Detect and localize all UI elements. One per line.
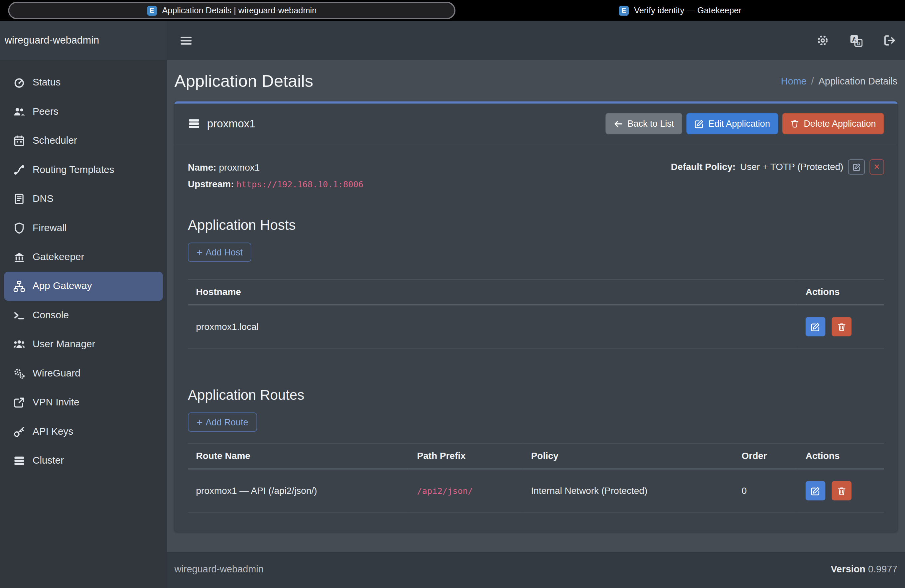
sidebar-item-label: Cluster (33, 455, 64, 467)
sidebar-item-gatekeeper[interactable]: Gatekeeper (4, 242, 163, 272)
bank-icon (13, 251, 25, 263)
sidebar-item-console[interactable]: Console (4, 300, 163, 330)
tab-title: Application Details | wireguard-webadmin (162, 6, 316, 15)
back-to-list-label: Back to List (627, 118, 674, 129)
sidebar-item-vpn-invite[interactable]: VPN Invite (4, 388, 163, 417)
sidebar-nav: Status Peers Scheduler Routing Templates (0, 60, 167, 475)
sidebar-item-wireguard[interactable]: WireGuard (4, 359, 163, 388)
breadcrumb-current: Application Details (819, 75, 897, 86)
browser-tab-active[interactable]: E Application Details | wireguard-webadm… (8, 2, 455, 19)
routes-col-policy: Policy (523, 443, 734, 469)
logout-button[interactable] (883, 34, 896, 46)
topbar: Aa (167, 21, 905, 60)
settings-button[interactable] (816, 34, 829, 46)
hosts-table: Hostname Actions proxmox1.local (188, 280, 884, 348)
edit-policy-button[interactable] (848, 159, 865, 174)
sidebar-item-dns[interactable]: DNS (4, 184, 163, 213)
edit-route-button[interactable] (806, 481, 825, 501)
share-icon (13, 397, 25, 408)
pencil-square-icon (811, 486, 820, 496)
logout-icon (883, 34, 896, 46)
policy-value: User + TOTP (Protected) (740, 162, 843, 172)
host-row: proxmox1.local (188, 305, 884, 348)
language-button[interactable]: Aa (850, 34, 862, 46)
sidebar-item-api-keys[interactable]: API Keys (4, 417, 163, 446)
key-icon (13, 426, 25, 438)
plus-icon: + (197, 247, 202, 257)
sidebar-item-firewall[interactable]: Firewall (4, 213, 163, 242)
pencil-square-icon (695, 119, 704, 129)
sidebar-item-scheduler[interactable]: Scheduler (4, 126, 163, 155)
sidebar-item-label: User Manager (33, 338, 95, 350)
sidebar-item-user-manager[interactable]: User Manager (4, 330, 163, 359)
gears-icon (13, 368, 25, 380)
routes-col-order: Order (734, 443, 797, 469)
peers-icon (13, 106, 25, 118)
add-host-button[interactable]: + Add Host (188, 242, 251, 262)
clear-policy-button[interactable]: × (869, 159, 884, 174)
application-name: proxmox1 (207, 118, 256, 130)
hosts-col-actions: Actions (797, 280, 884, 305)
sidebar-item-label: Peers (33, 106, 59, 118)
breadcrumb-separator: / (811, 75, 814, 86)
browser-tab-inactive[interactable]: E Verify identity — Gatekeeper (456, 6, 905, 16)
name-label: Name: (188, 162, 216, 172)
upstream-label: Upstream: (188, 179, 234, 189)
sidebar-item-app-gateway[interactable]: App Gateway (4, 272, 163, 300)
gauge-icon (13, 77, 25, 89)
menu-toggle-button[interactable] (180, 34, 192, 46)
sidebar-item-label: Status (33, 77, 60, 89)
breadcrumb: Home / Application Details (781, 75, 898, 86)
sidebar-item-label: API Keys (33, 426, 73, 438)
sidebar-item-peers[interactable]: Peers (4, 97, 163, 126)
sidebar-item-routing-templates[interactable]: Routing Templates (4, 155, 163, 184)
footer: wireguard-webadmin Version 0.9977 (167, 552, 905, 588)
add-route-button[interactable]: + Add Route (188, 412, 257, 432)
edit-application-label: Edit Application (708, 118, 770, 129)
policy-label: Default Policy: (671, 162, 735, 172)
diagram-icon (13, 280, 25, 292)
name-value: proxmox1 (219, 162, 260, 172)
trash-icon (790, 119, 799, 128)
trash-icon (837, 322, 846, 331)
pencil-square-icon (811, 322, 820, 331)
pencil-square-icon (853, 163, 861, 171)
people-icon (13, 338, 25, 350)
back-to-list-button[interactable]: Back to List (605, 113, 682, 134)
arrow-left-icon (613, 119, 623, 129)
application-upstream-line: Upstream: https://192.168.10.1:8006 (188, 176, 364, 192)
route-path-prefix: /api2/json/ (417, 486, 473, 496)
sidebar-item-label: DNS (33, 193, 54, 205)
screen: E Application Details | wireguard-webadm… (0, 0, 905, 588)
edit-application-button[interactable]: Edit Application (686, 113, 778, 134)
upstream-value: https://192.168.10.1:8006 (237, 180, 364, 189)
page-title: Application Details (175, 72, 313, 91)
sidebar-item-label: Firewall (33, 222, 67, 234)
route-row: proxmox1 — API (/api2/json/) /api2/json/… (188, 469, 884, 512)
delete-route-button[interactable] (832, 481, 851, 501)
translate-icon: Aa (850, 34, 862, 46)
delete-application-label: Delete Application (804, 118, 876, 129)
routes-col-name: Route Name (188, 443, 409, 469)
delete-host-button[interactable] (832, 317, 851, 336)
routes-heading: Application Routes (188, 387, 884, 403)
sidebar-item-status[interactable]: Status (4, 68, 163, 97)
edit-host-button[interactable] (806, 317, 825, 336)
footer-brand: wireguard-webadmin (175, 564, 264, 575)
card-header: proxmox1 Back to List Edit Application (175, 103, 898, 144)
delete-application-button[interactable]: Delete Application (782, 113, 884, 134)
host-hostname: proxmox1.local (188, 305, 797, 348)
route-order: 0 (734, 469, 797, 512)
sidebar-item-cluster[interactable]: Cluster (4, 446, 163, 475)
add-route-label: Add Route (205, 417, 248, 427)
trash-icon (837, 486, 846, 496)
terminal-icon (13, 310, 25, 321)
application-card: proxmox1 Back to List Edit Application (175, 101, 898, 532)
sidebar-brand: wireguard-webadmin (0, 21, 167, 60)
breadcrumb-home-link[interactable]: Home (781, 75, 807, 86)
tab-title: Verify identity — Gatekeeper (634, 6, 741, 15)
journal-icon (13, 193, 25, 205)
sidebar-item-label: Scheduler (33, 135, 77, 147)
content: Application Details Home / Application D… (167, 60, 905, 552)
browser-tabstrip: E Application Details | wireguard-webadm… (0, 0, 905, 21)
